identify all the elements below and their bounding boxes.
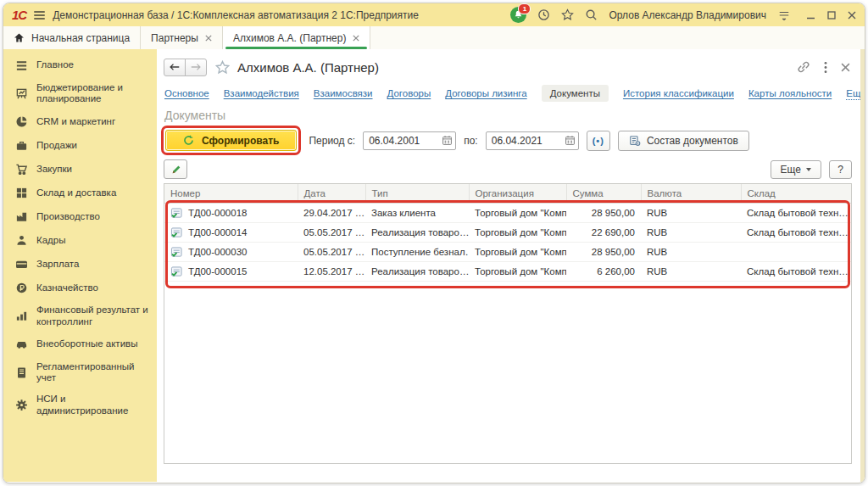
sidebar-item-purchases[interactable]: Закупки: [3, 157, 157, 181]
more-menu-dots-icon[interactable]: [824, 61, 827, 74]
sidebar-item-crm[interactable]: CRM и маркетинг: [3, 109, 157, 133]
favorites-star-icon[interactable]: [561, 8, 574, 21]
notification-badge: 1: [518, 3, 531, 14]
document-composition-button[interactable]: Состав документов: [618, 131, 749, 151]
nav-link-main[interactable]: Основное: [164, 88, 209, 98]
grid-boxes-icon: [14, 186, 28, 199]
cart-icon: [14, 162, 28, 176]
form-title: Алхимов А.А. (Партнер): [237, 60, 379, 75]
sidebar-item-label: Производство: [36, 211, 100, 222]
tab-alkhimov-partner[interactable]: Алхимов А.А. (Партнер): [223, 26, 371, 49]
sidebar-item-main[interactable]: Главное: [3, 53, 157, 77]
doc-currency: RUB: [641, 223, 741, 243]
doc-type: Заказ клиента: [365, 204, 469, 223]
tab-home[interactable]: Начальная страница: [3, 26, 141, 49]
more-actions-button[interactable]: Еще: [771, 160, 821, 179]
tab-close-icon[interactable]: [205, 35, 212, 42]
sidebar-item-label: НСИ и администрирование: [36, 394, 153, 416]
doc-number: ТД00-000018: [188, 208, 247, 218]
doc-currency: RUB: [641, 262, 741, 282]
calendar-icon[interactable]: [442, 135, 453, 146]
table-header: Номер Дата Тип Организация Сумма Валюта …: [164, 184, 851, 204]
posted-document-icon: [170, 247, 183, 258]
doc-number: ТД00-000030: [188, 247, 247, 257]
banknote-icon: [14, 257, 28, 271]
search-icon[interactable]: [585, 8, 598, 21]
form-area: Алхимов А.А. (Партнер) Основное Взаимод: [157, 49, 860, 482]
forward-button[interactable]: [185, 59, 207, 76]
table-row[interactable]: ТД00-000018 29.04.2017 … Заказ клиента Т…: [164, 204, 851, 223]
nav-link-relations[interactable]: Взаимосвязи: [314, 88, 373, 98]
sidebar-item-label: Зарплата: [36, 259, 79, 270]
notifications-icon[interactable]: 1: [510, 7, 526, 23]
sidebar-item-sales[interactable]: Продажи: [3, 133, 157, 157]
col-currency[interactable]: Валюта: [641, 184, 741, 204]
doc-currency: RUB: [641, 243, 741, 262]
service-settings-icon[interactable]: [777, 9, 791, 21]
favorite-star-icon[interactable]: [215, 60, 230, 75]
close-form-icon[interactable]: [841, 63, 850, 72]
nav-link-contracts[interactable]: Договоры: [387, 88, 431, 98]
tab-label: Начальная страница: [31, 32, 130, 44]
window-right-border: [860, 49, 865, 482]
nav-link-leasing-contracts[interactable]: Договоры лизинга: [445, 88, 526, 98]
col-organization[interactable]: Организация: [469, 184, 566, 204]
nav-link-documents-active[interactable]: Документы: [542, 85, 609, 102]
col-warehouse[interactable]: Склад: [741, 184, 851, 204]
generate-button-label: Сформировать: [202, 135, 279, 147]
nav-link-classification-history[interactable]: История классификации: [623, 88, 734, 98]
table-row[interactable]: ТД00-000014 05.05.2017 … Реализация това…: [164, 223, 851, 243]
main-menu-icon[interactable]: [34, 11, 45, 20]
sidebar-item-label: Финансовый результат и контроллинг: [36, 304, 153, 327]
nav-link-loyalty-cards[interactable]: Карты лояльности: [748, 88, 832, 98]
col-date[interactable]: Дата: [298, 184, 365, 204]
sidebar-item-hr[interactable]: Кадры: [3, 228, 157, 252]
table-row[interactable]: ТД00-000030 05.05.2017 … Поступление без…: [164, 243, 851, 262]
generate-button[interactable]: Сформировать: [165, 130, 297, 151]
doc-warehouse: Склад бытовой техн…: [741, 223, 851, 243]
sidebar-item-treasury[interactable]: Казначейство: [3, 276, 157, 299]
help-button[interactable]: ?: [829, 160, 852, 179]
col-number[interactable]: Номер: [164, 184, 298, 204]
sidebar-item-production[interactable]: Производство: [3, 204, 157, 228]
home-icon: [14, 32, 25, 43]
report-toolbar: Сформировать Период с: по: (: [161, 126, 852, 155]
period-from-label: Период с:: [309, 135, 355, 147]
form-navigation: Основное Взаимодействия Взаимосвязи Дого…: [164, 85, 852, 102]
sidebar-item-label: Главное: [36, 59, 74, 70]
sections-panel: Главное Бюджетирование и планирование CR…: [3, 49, 157, 482]
sidebar-item-budgeting[interactable]: Бюджетирование и планирование: [3, 77, 157, 109]
sidebar-item-warehouse[interactable]: Склад и доставка: [3, 181, 157, 204]
nav-link-interactions[interactable]: Взаимодействия: [224, 88, 299, 98]
sidebar-item-payroll[interactable]: Зарплата: [3, 252, 157, 276]
col-type[interactable]: Тип: [365, 184, 469, 204]
sidebar-item-assets[interactable]: Внеоборотные активы: [3, 332, 157, 356]
sidebar-item-regulated[interactable]: Регламентированный учет: [3, 356, 157, 388]
edit-button[interactable]: [164, 159, 187, 179]
list-settings-icon: [629, 135, 641, 147]
doc-sum: 28 950,00: [566, 243, 641, 262]
doc-number: ТД00-000015: [188, 266, 247, 277]
tab-partners[interactable]: Партнеры: [141, 26, 223, 49]
tab-close-icon[interactable]: [353, 35, 359, 42]
sidebar-item-nsi-admin[interactable]: НСИ и администрирование: [3, 388, 157, 421]
table-row[interactable]: ТД00-000015 12.05.2017 … Реализация това…: [164, 262, 851, 282]
sidebar-item-finance[interactable]: Финансовый результат и контроллинг: [3, 299, 157, 332]
doc-organization: Торговый дом "Комп…: [469, 262, 566, 282]
maximize-button[interactable]: [827, 11, 836, 20]
factory-icon: [14, 209, 28, 223]
sidebar-item-label: CRM и маркетинг: [36, 116, 115, 127]
period-to-label: по:: [464, 135, 478, 147]
period-picker-button[interactable]: (•): [587, 131, 610, 151]
calendar-icon[interactable]: [565, 135, 576, 146]
doc-sum: 22 690,00: [566, 223, 641, 243]
minimize-button[interactable]: [807, 11, 815, 20]
posted-document-icon: [170, 208, 183, 219]
history-icon[interactable]: [537, 8, 550, 21]
back-button[interactable]: [164, 59, 186, 76]
current-user[interactable]: Орлов Александр Владимирович: [609, 9, 766, 21]
col-sum[interactable]: Сумма: [566, 184, 641, 204]
get-link-icon[interactable]: [797, 60, 810, 74]
ledger-icon: [14, 366, 28, 379]
close-button[interactable]: [848, 11, 856, 20]
